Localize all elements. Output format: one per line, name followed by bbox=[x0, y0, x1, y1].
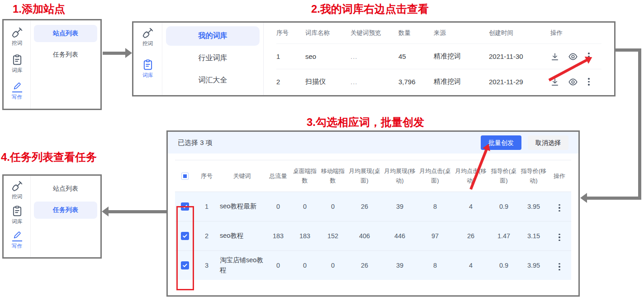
clipboard-icon bbox=[11, 205, 23, 217]
sidebar-item-dig-words[interactable]: 挖词 bbox=[11, 27, 23, 47]
sidebar-label: 写作 bbox=[12, 94, 22, 101]
table-cell: 精准挖词 bbox=[434, 77, 489, 86]
sidebar-item-writing[interactable]: 写作 bbox=[12, 81, 22, 101]
table-cell: 97 bbox=[417, 232, 453, 240]
tutorial-canvas: 1.添加站点 2.我的词库右边点击查看 3.勾选相应词，批量创发 4.任务列表查… bbox=[0, 0, 644, 298]
column-header: 数量 bbox=[398, 29, 434, 37]
sidebar-item-writing[interactable]: 写作 bbox=[12, 230, 22, 250]
table-header-row: 序号 关键词 总流量 桌面端指数 移动端指数 月均展现(桌面) 月均展现(移动)… bbox=[175, 160, 571, 192]
table-cell: 45 bbox=[398, 53, 434, 60]
menu-industry-lexicon[interactable]: 行业词库 bbox=[166, 48, 260, 68]
table-cell: 0 bbox=[319, 203, 347, 210]
shovel-icon bbox=[11, 27, 23, 38]
icon-rail: 挖词 词库 写作 bbox=[4, 176, 31, 257]
cancel-selection-button[interactable]: 取消选择 bbox=[528, 135, 568, 150]
column-header: 总流量 bbox=[265, 171, 291, 181]
pencil-icon bbox=[12, 81, 22, 92]
column-header: 操作 bbox=[550, 29, 598, 37]
step2-panel: 挖词 词库 我的词库 行业词库 词汇大全 序号 词库名称 关键词预览 数量 来源… bbox=[132, 21, 616, 96]
table-cell: 39 bbox=[382, 262, 417, 269]
keyword-table: 序号 关键词 总流量 桌面端指数 移动端指数 月均展现(桌面) 月均展现(移动)… bbox=[175, 160, 571, 280]
table-cell: 0 bbox=[291, 203, 319, 210]
menu-vocab-all[interactable]: 词汇大全 bbox=[166, 71, 260, 90]
kebab-menu-icon[interactable] bbox=[557, 262, 562, 272]
menu-site-list[interactable]: 站点列表 bbox=[34, 180, 97, 197]
table-cell: 446 bbox=[382, 232, 417, 240]
table-cell: 0.9 bbox=[489, 262, 519, 269]
table-cell: 2021-11-29 bbox=[489, 78, 550, 86]
menu-task-list[interactable]: 任务列表 bbox=[34, 46, 97, 63]
selection-bar: 已选择 3 项 批量创发 取消选择 bbox=[168, 132, 578, 154]
table-cell: 183 bbox=[291, 232, 319, 240]
table-cell: 淘宝店铺seo教程 bbox=[218, 255, 265, 275]
table-cell: 406 bbox=[347, 232, 382, 240]
step3-panel: 已选择 3 项 批量创发 取消选择 序号 关键词 总流量 桌面端指数 移动端指数… bbox=[166, 130, 580, 297]
column-header: 移动端指数 bbox=[319, 166, 347, 186]
column-header: 月均点击(桌面) bbox=[417, 166, 453, 186]
step4-title: 4.任务列表查看任务 bbox=[1, 150, 97, 164]
download-icon[interactable] bbox=[550, 52, 559, 61]
sidebar-label: 挖词 bbox=[12, 193, 22, 200]
table-cell: 2021-11-30 bbox=[489, 53, 550, 60]
sidebar-item-lexicon[interactable]: 词库 bbox=[11, 54, 23, 74]
table-cell: 4 bbox=[453, 203, 489, 210]
table-cell: 0.9 bbox=[489, 203, 519, 210]
kebab-menu-icon[interactable] bbox=[557, 203, 562, 213]
step1-panel: 挖词 词库 写作 站点列表 任务列表 bbox=[2, 19, 102, 110]
column-header: 关键词 bbox=[218, 171, 265, 181]
kebab-menu-icon[interactable] bbox=[587, 77, 591, 87]
table-cell: seo教程 bbox=[218, 231, 265, 241]
table-cell: 扫描仪 bbox=[305, 77, 350, 86]
shovel-icon bbox=[142, 27, 154, 39]
eye-icon[interactable] bbox=[568, 77, 578, 87]
table-cell: seo bbox=[305, 53, 350, 60]
table-cell: 3.95 bbox=[519, 203, 549, 210]
table-cell: 0 bbox=[265, 203, 291, 210]
menu-task-list[interactable]: 任务列表 bbox=[34, 202, 97, 219]
table-cell: 3,796 bbox=[398, 78, 434, 86]
column-header: 月均点击(移动) bbox=[453, 166, 489, 186]
sidebar-label: 词库 bbox=[12, 67, 22, 74]
sidebar-item-dig-words[interactable]: 挖词 bbox=[142, 27, 154, 47]
table-cell: 26 bbox=[453, 232, 489, 240]
kebab-menu-icon[interactable] bbox=[557, 232, 562, 243]
column-header: 创建时间 bbox=[489, 29, 550, 37]
lexicon-row: 2 扫描仪 ... 3,796 精准挖词 2021-11-29 bbox=[276, 69, 601, 94]
table-cell: 8 bbox=[417, 203, 453, 210]
table-cell: 0 bbox=[319, 262, 347, 269]
sidebar-label: 挖词 bbox=[12, 40, 22, 47]
table-cell: 26 bbox=[347, 203, 382, 210]
table-cell: 3 bbox=[195, 262, 218, 269]
column-header: 序号 bbox=[195, 171, 218, 181]
sidebar-label: 写作 bbox=[12, 243, 22, 250]
sidebar-item-lexicon[interactable]: 词库 bbox=[11, 205, 23, 225]
table-cell: 4 bbox=[453, 262, 489, 269]
step4-panel: 挖词 词库 写作 站点列表 任务列表 bbox=[2, 174, 102, 259]
column-header: 桌面端指数 bbox=[291, 166, 319, 186]
flow-arrowhead bbox=[580, 193, 587, 203]
step3-title: 3.勾选相应词，批量创发 bbox=[307, 115, 424, 130]
eye-icon[interactable] bbox=[568, 52, 578, 62]
pencil-icon bbox=[12, 230, 22, 241]
flow-arrowhead bbox=[125, 48, 132, 58]
keyword-row: 2 seo教程 183 183 152 406 446 97 26 1.47 3… bbox=[175, 221, 571, 250]
menu-site-list[interactable]: 站点列表 bbox=[34, 25, 97, 42]
table-cell: 1.47 bbox=[489, 232, 519, 240]
table-cell: 3.15 bbox=[519, 232, 549, 240]
clipboard-icon bbox=[142, 59, 154, 71]
lexicon-submenu: 我的词库 行业词库 词汇大全 bbox=[162, 23, 264, 95]
sidebar-item-dig-words[interactable]: 挖词 bbox=[11, 180, 23, 200]
menu-my-lexicon[interactable]: 我的词库 bbox=[166, 26, 260, 46]
column-header: 来源 bbox=[434, 29, 489, 37]
step1-title: 1.添加站点 bbox=[13, 2, 65, 16]
table-cell: seo教程最新 bbox=[218, 202, 265, 211]
column-header: 月均展现(移动) bbox=[382, 166, 417, 186]
table-cell: 2 bbox=[276, 78, 305, 86]
shovel-icon bbox=[11, 180, 23, 192]
select-all-checkbox[interactable] bbox=[181, 173, 189, 180]
table-cell: 1 bbox=[195, 203, 218, 210]
table-cell: 39 bbox=[382, 203, 417, 210]
table-cell: 1 bbox=[276, 53, 305, 60]
sidebar-item-lexicon[interactable]: 词库 bbox=[142, 59, 154, 79]
keyword-row: 3 淘宝店铺seo教程 0 0 0 26 39 8 4 0.9 3.95 bbox=[175, 250, 571, 280]
